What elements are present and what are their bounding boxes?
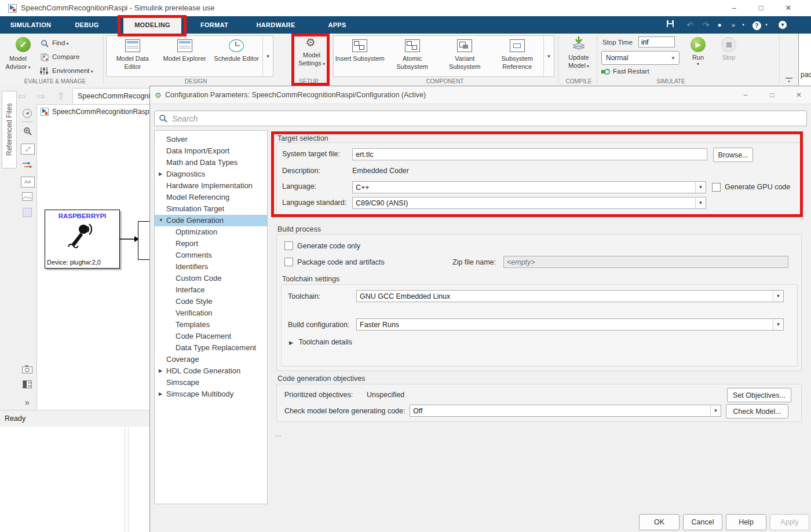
layout-icon[interactable] — [21, 380, 34, 392]
ribbon-item-variant-subsystem[interactable]: Variant Subsystem — [439, 36, 491, 76]
tree-item-report[interactable]: Report — [155, 238, 267, 250]
check-model-select[interactable]: Off ▼ — [410, 405, 721, 417]
tree-item-optimization[interactable]: Optimization — [155, 226, 267, 238]
ribbon-item-model-data-editor[interactable]: Model Data Editor — [107, 36, 159, 76]
shortcuts-icon[interactable]: » — [727, 19, 740, 31]
forward-icon[interactable]: ⇨ — [37, 90, 45, 102]
tree-item-verification[interactable]: Verification — [155, 307, 267, 319]
tree-item-code-style[interactable]: Code Style — [155, 296, 267, 307]
expander-icon[interactable]: ▶ — [159, 168, 162, 180]
tree-item-interface[interactable]: Interface — [155, 284, 267, 296]
tree-item-model-referencing[interactable]: Model Referencing — [155, 192, 267, 203]
check-model-button[interactable]: Check Model... — [726, 404, 788, 419]
tree-item-code-placement[interactable]: Code Placement — [155, 331, 267, 342]
model-tab[interactable]: SpeechCommRecognitionRaspi — [36, 104, 151, 119]
environment-button[interactable] — [39, 67, 48, 78]
tree-item-data-import-export[interactable]: Data Import/Export — [155, 145, 267, 157]
area-icon[interactable] — [21, 208, 34, 219]
audio-capture-block[interactable]: RASPBERRYPI Device: plughw:2,0 — [45, 210, 120, 269]
tab-simulation[interactable]: SIMULATION — [5, 16, 57, 34]
hide-panel-icon[interactable]: ◄ — [21, 107, 34, 118]
tree-item-simulation-target[interactable]: Simulation Target — [155, 203, 267, 215]
model-advisor-button[interactable]: ✓ Model Advisor — [10, 37, 36, 72]
build-configuration-select[interactable]: Faster Runs ▼ — [356, 318, 784, 331]
signal-lines-icon[interactable] — [21, 160, 34, 172]
dialog-maximize-button[interactable]: □ — [764, 88, 780, 102]
search-input[interactable] — [171, 112, 799, 125]
help-button[interactable]: Help — [726, 514, 766, 530]
back-icon[interactable]: ⇦ — [17, 90, 25, 102]
toolchain-select[interactable]: GNU GCC Embedded Linux ▼ — [356, 290, 784, 302]
ribbon-item-atomic-subsystem[interactable]: Atomic Subsystem — [386, 36, 439, 76]
record-icon[interactable]: ● — [714, 19, 725, 31]
sim-mode-select[interactable]: Normal ▼ — [601, 51, 680, 65]
shortcuts-caret-icon[interactable]: ▾ — [740, 19, 747, 31]
fast-restart-toggle[interactable] — [601, 67, 610, 78]
tab-apps[interactable]: APPS — [323, 16, 351, 34]
compare-button[interactable] — [41, 53, 49, 64]
redo-icon[interactable]: ↷ — [700, 19, 713, 31]
tree-item-hardware-implementation[interactable]: Hardware Implementation — [155, 180, 267, 192]
ribbon-item-schedule-editor[interactable]: Schedule Editor — [210, 36, 262, 76]
expander-icon[interactable]: ▶ — [159, 388, 162, 400]
tree-item-templates[interactable]: Templates — [155, 319, 267, 331]
account-icon[interactable]: ▼ — [777, 19, 788, 31]
tree-item-diagnostics[interactable]: ▶Diagnostics — [155, 168, 267, 180]
browse-button[interactable]: Browse... — [713, 148, 753, 162]
apply-button[interactable]: Apply — [770, 514, 809, 530]
tree-item-data-type-replacement[interactable]: Data Type Replacement — [155, 342, 267, 354]
component-gallery-caret-icon[interactable]: ▼ — [543, 36, 554, 76]
ok-button[interactable]: OK — [639, 514, 680, 530]
design-gallery-caret-icon[interactable]: ▼ — [262, 36, 273, 76]
tree-item-identifiers[interactable]: Identifiers — [155, 261, 267, 273]
camera-icon[interactable] — [21, 365, 34, 377]
referenced-files-tab[interactable]: Referenced Files — [2, 91, 17, 168]
zoom-icon[interactable] — [21, 127, 34, 138]
search-box[interactable] — [154, 111, 807, 126]
tree-item-simscape[interactable]: Simscape — [155, 377, 267, 388]
generate-gpu-checkbox[interactable] — [712, 183, 721, 192]
compare-label[interactable]: Compare — [52, 53, 79, 60]
run-button[interactable]: ▶ Run ▼ — [686, 37, 710, 66]
toolchain-details-expander[interactable]: ▶ Toolchain details — [289, 336, 352, 347]
find-label[interactable]: Find — [52, 39, 69, 46]
up-icon[interactable]: ⇧ — [57, 90, 65, 102]
update-model-button[interactable]: Update Model — [562, 36, 596, 71]
expand-strip-icon[interactable]: » — [21, 397, 34, 408]
dialog-minimize-button[interactable]: – — [737, 88, 754, 102]
tree-item-custom-code[interactable]: Custom Code — [155, 273, 267, 284]
tab-hardware[interactable]: HARDWARE — [253, 16, 299, 34]
ribbon-item-model-explorer[interactable]: Model Explorer — [159, 36, 211, 76]
package-code-checkbox[interactable] — [284, 258, 293, 266]
ribbon-item-insert-subsystem[interactable]: Insert Subsystem — [334, 36, 386, 76]
stop-time-input[interactable] — [638, 36, 675, 47]
fit-to-view-icon[interactable]: ⤢ — [21, 144, 35, 155]
tree-item-math-and-data-types[interactable]: Math and Data Types — [155, 157, 267, 168]
expander-icon[interactable]: ▼ — [159, 215, 163, 226]
language-select[interactable]: C++ ▼ — [352, 181, 706, 193]
expander-icon[interactable]: ▶ — [159, 365, 162, 377]
annotation-icon[interactable]: A≡ — [21, 177, 35, 188]
undo-icon[interactable]: ↶ — [684, 19, 696, 31]
tab-debug[interactable]: DEBUG — [68, 16, 105, 34]
generate-code-only-checkbox[interactable] — [284, 241, 293, 250]
collapse-ribbon-icon[interactable]: ▲ — [786, 78, 792, 83]
tree-item-code-generation[interactable]: ▼Code Generation — [155, 215, 267, 226]
close-button[interactable]: ✕ — [780, 1, 797, 15]
tree-item-hdl-code-generation[interactable]: ▶HDL Code Generation — [155, 365, 267, 377]
find-button[interactable] — [41, 39, 49, 50]
fast-restart-label[interactable]: Fast Restart — [613, 68, 649, 75]
run-caret-icon[interactable]: ▼ — [686, 62, 710, 66]
language-standard-select[interactable]: C89/C90 (ANSI) ▼ — [352, 197, 706, 209]
environment-label[interactable]: Environment — [52, 67, 93, 74]
help-icon[interactable]: ? — [751, 19, 762, 31]
breadcrumb[interactable]: SpeechCommRecognitio — [72, 88, 151, 104]
tree-item-simscape-multibody[interactable]: ▶Simscape Multibody — [155, 388, 267, 400]
tree-item-comments[interactable]: Comments — [155, 250, 267, 261]
set-objectives-button[interactable]: Set Objectives... — [727, 388, 791, 402]
zip-file-name-input[interactable] — [503, 256, 788, 268]
cancel-button[interactable]: Cancel — [683, 514, 722, 530]
dialog-close-button[interactable]: ✕ — [791, 88, 807, 102]
tree-item-coverage[interactable]: Coverage — [155, 354, 267, 365]
system-target-file-input[interactable] — [352, 148, 707, 160]
